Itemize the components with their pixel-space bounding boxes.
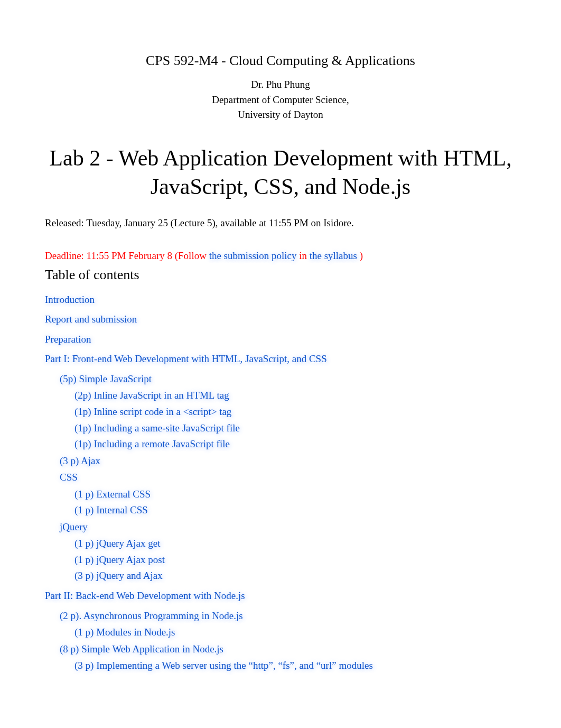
toc-link-http-fs-url[interactable]: (3 p) Implementing a Web server using th…: [74, 660, 373, 671]
lab-title: Lab 2 - Web Application Development with…: [45, 144, 516, 201]
university-name: University of Dayton: [45, 107, 516, 123]
toc-link-external-css[interactable]: (1 p) External CSS: [74, 489, 151, 500]
toc-link-jquery-get[interactable]: (1 p) jQuery Ajax get: [74, 538, 161, 549]
toc-link-css[interactable]: CSS: [60, 472, 78, 483]
toc-heading: Table of contents: [45, 267, 516, 283]
toc-link-inline-script-tag[interactable]: (1p) Inline script code in a <script> ta…: [74, 406, 231, 417]
document-page: CPS 592-M4 - Cloud Computing & Applicati…: [0, 0, 561, 728]
toc-link-inline-js-tag[interactable]: (2p) Inline JavaScript in an HTML tag: [74, 390, 229, 401]
toc-link-same-site-js[interactable]: (1p) Including a same-site JavaScript fi…: [74, 422, 240, 434]
toc-link-introduction[interactable]: Introduction: [45, 294, 95, 305]
course-title: CPS 592-M4 - Cloud Computing & Applicati…: [45, 53, 516, 69]
deadline-prefix: Deadline: 11:55 PM February 8 (Follow: [45, 250, 209, 261]
toc-link-preparation[interactable]: Preparation: [45, 334, 91, 345]
toc-link-report[interactable]: Report and submission: [45, 314, 137, 325]
toc-link-remote-js[interactable]: (1p) Including a remote JavaScript file: [74, 438, 230, 449]
toc-link-async-node[interactable]: (2 p). Asynchronous Programming in Node.…: [60, 610, 243, 621]
toc-link-simple-web-node[interactable]: (8 p) Simple Web Application in Node.js: [60, 643, 223, 655]
toc-link-internal-css[interactable]: (1 p) Internal CSS: [74, 504, 148, 515]
deadline-suffix: ): [360, 250, 363, 261]
syllabus-link[interactable]: the syllabus: [310, 250, 357, 261]
toc-link-jquery-ajax[interactable]: (3 p) jQuery and Ajax: [74, 570, 163, 581]
deadline-mid: in: [299, 250, 310, 261]
deadline-text: Deadline: 11:55 PM February 8 (Follow th…: [45, 250, 516, 262]
instructor-name: Dr. Phu Phung: [45, 77, 516, 93]
course-meta: Dr. Phu Phung Department of Computer Sci…: [45, 77, 516, 123]
toc-link-ajax[interactable]: (3 p) Ajax: [60, 455, 100, 466]
department-name: Department of Computer Science,: [45, 93, 516, 108]
toc-link-jquery[interactable]: jQuery: [60, 521, 88, 532]
released-text: Released: Tuesday, January 25 (Lecture 5…: [45, 217, 516, 229]
toc-link-simple-js[interactable]: (5p) Simple JavaScript: [60, 373, 152, 384]
toc-link-part2[interactable]: Part II: Back-end Web Development with N…: [45, 590, 245, 601]
submission-policy-link[interactable]: the submission policy: [209, 250, 297, 261]
toc-link-part1[interactable]: Part I: Front-end Web Development with H…: [45, 353, 327, 364]
table-of-contents: Introduction Report and submission Prepa…: [45, 292, 516, 673]
toc-link-modules-node[interactable]: (1 p) Modules in Node.js: [74, 626, 175, 638]
toc-link-jquery-post[interactable]: (1 p) jQuery Ajax post: [74, 554, 165, 565]
